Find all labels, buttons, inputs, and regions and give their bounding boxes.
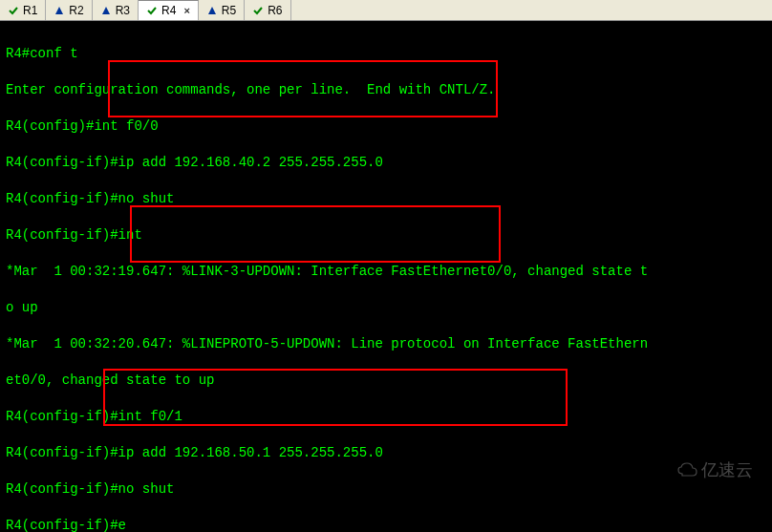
check-icon [8,5,19,16]
tab-label: R5 [222,4,236,17]
warn-icon [100,5,112,16]
warn-icon [54,5,65,16]
tab-r2[interactable]: R2 [46,0,92,20]
terminal-line: R4(config-if)#int [6,226,766,245]
terminal-line: R4(config-if)#ip add 192.168.40.2 255.25… [6,154,766,172]
terminal-line: *Mar 1 00:32:20.647: %LINEPROTO-5-UPDOWN… [6,335,766,353]
terminal-line: R4(config-if)#e [6,517,766,532]
tab-label: R2 [69,4,83,17]
check-icon [146,5,158,16]
watermark: 亿速云 [676,461,753,479]
tab-r4[interactable]: R4 × [139,0,199,20]
terminal-line: o up [6,299,766,317]
tab-label: R4 [161,4,176,17]
terminal-output[interactable]: R4#conf t Enter configuration commands, … [0,21,772,532]
close-icon[interactable]: × [183,5,189,16]
tab-bar: R1 R2 R3 R4 × R5 R6 [0,0,772,21]
terminal-line: et0/0, changed state to up [6,372,766,390]
tab-r1[interactable]: R1 [0,0,46,20]
terminal-line: R4(config-if)#no shut [6,190,766,208]
watermark-text: 亿速云 [701,461,753,479]
terminal-line: R4(config-if)#int f0/1 [6,408,766,426]
tab-label: R6 [268,4,282,17]
check-icon [252,5,264,16]
terminal-line: R4(config)#int f0/0 [6,117,766,136]
tab-label: R1 [23,4,37,17]
terminal-line: *Mar 1 00:32:19.647: %LINK-3-UPDOWN: Int… [6,263,766,281]
tab-label: R3 [116,4,130,17]
tab-r6[interactable]: R6 [245,0,290,20]
terminal-line: R4(config-if)#ip add 192.168.50.1 255.25… [6,444,766,462]
warn-icon [206,5,218,16]
tab-r5[interactable]: R5 [199,0,245,20]
terminal-line: R4(config-if)#no shut [6,480,766,499]
terminal-line: R4#conf t [6,45,766,63]
tab-r3[interactable]: R3 [93,0,139,20]
terminal-line: Enter configuration commands, one per li… [6,81,766,99]
